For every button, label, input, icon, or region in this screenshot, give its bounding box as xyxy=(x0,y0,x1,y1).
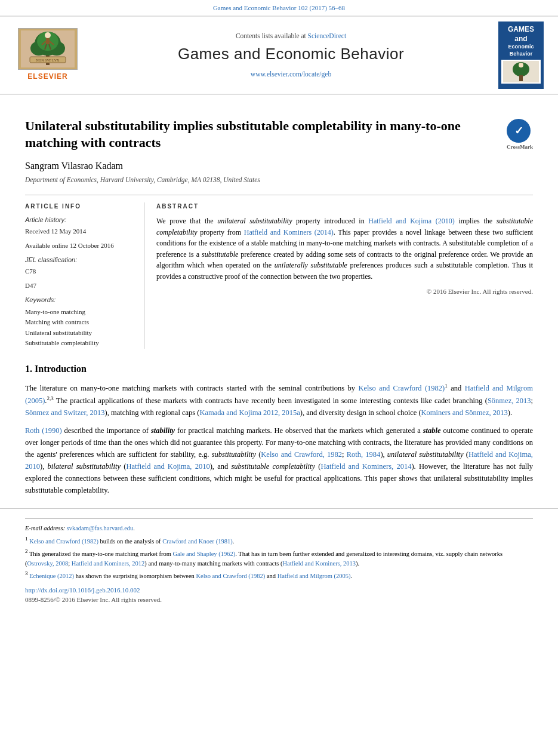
keywords-section: Keywords: Many-to-one matching Matching … xyxy=(25,296,134,349)
ref-hatfield-milgrom[interactable]: Hatfield and Milgrom (2005) xyxy=(25,384,533,405)
abstract-em-2: substitutable completability xyxy=(156,217,533,236)
introduction-section: 1. Introduction The literature on many-t… xyxy=(25,358,533,497)
ref-hatfield-kojima-2010b[interactable]: Hatfield and Kojima, 2010 xyxy=(126,462,209,471)
journal-center: Contents lists available at ScienceDirec… xyxy=(93,31,489,79)
sciencedirect-link[interactable]: ScienceDirect xyxy=(308,32,347,39)
journal-logo-right: GAMES and Economic Behavior xyxy=(498,21,546,89)
article-title-row: Unilateral substitutability implies subs… xyxy=(25,118,533,152)
svg-point-6 xyxy=(45,32,51,38)
contents-text: Contents lists available at xyxy=(236,32,306,39)
keywords-label: Keywords: xyxy=(25,296,134,305)
stability-bold: stability xyxy=(151,426,175,435)
fn3-echenique[interactable]: Echenique (2012) xyxy=(29,573,74,579)
author-name: Sangram Vilasrao Kadam xyxy=(25,159,533,173)
keyword-3: Unilateral substitutability xyxy=(25,328,134,339)
geb-logo-line2: Economic xyxy=(501,44,541,51)
abstract-em-3: substitutable xyxy=(202,250,238,259)
intro-paragraph-1: The literature on many-to-one matching m… xyxy=(25,382,533,419)
issn-line: 0899-8256/© 2016 Elsevier Inc. All right… xyxy=(25,595,533,605)
main-content: Unilateral substitutability implies subs… xyxy=(0,95,558,497)
intro-heading: Introduction xyxy=(35,364,87,374)
geb-logo-svg xyxy=(503,61,539,82)
ref-kelso-crawford-1982[interactable]: Kelso and Crawford, 1982 xyxy=(261,450,342,459)
doi-link[interactable]: http://dx.doi.org/10.1016/j.geb.2016.10.… xyxy=(25,586,140,594)
crossmark-label: CrossMark xyxy=(507,144,533,151)
ref-sonmez-switzer[interactable]: Sönmez and Switzer, 2013 xyxy=(25,408,105,417)
substitutability-em: substitutability xyxy=(212,450,256,459)
ref-kamada-kojima[interactable]: Kamada and Kojima 2012, 2015a xyxy=(200,408,300,417)
abstract-em-4: unilaterally substitutable xyxy=(275,261,347,269)
journal-logo-box: GAMES and Economic Behavior xyxy=(498,21,544,89)
author-affiliation: Department of Economics, Harvard Univers… xyxy=(25,175,533,185)
fn2-hatfield-kominers-2013[interactable]: Hatfield and Kominers, 2013 xyxy=(283,560,356,567)
keyword-4: Substitutable completability xyxy=(25,338,134,349)
abstract-ref-hatfield-kojima[interactable]: Hatfield and Kojima (2010) xyxy=(368,217,455,225)
sup-23: 2,3 xyxy=(47,395,53,401)
geb-logo-line1: GAMES and xyxy=(501,25,541,44)
article-info-heading: ARTICLE INFO xyxy=(25,202,134,211)
footer-section: E-mail address: svkadam@fas.harvard.edu.… xyxy=(0,508,558,604)
copyright-line: © 2016 Elsevier Inc. All rights reserved… xyxy=(156,287,533,297)
fn1-crawford-knoer[interactable]: Crawford and Knoer (1981) xyxy=(162,538,233,545)
keyword-1: Many-to-one matching xyxy=(25,307,134,318)
ref-kominers-sonmez[interactable]: Kominers and Sönmez, 2013 xyxy=(421,408,508,417)
journal-url: www.elsevier.com/locate/geb xyxy=(93,69,489,79)
svg-rect-16 xyxy=(519,75,523,81)
fn2-gale-shapley[interactable]: Gale and Shapley (1962) xyxy=(172,551,235,557)
article-title-text: Unilateral substitutability implies subs… xyxy=(25,118,500,152)
jel-d47: D47 xyxy=(25,281,134,291)
ref-kelso-crawford[interactable]: Kelso and Crawford (1982) xyxy=(359,384,445,392)
abstract-ref-hatfield-kominers[interactable]: Hatfield and Kominers (2014) xyxy=(244,228,334,236)
fn-sup-1: 1 xyxy=(25,536,28,542)
ref-hatfield-kominers-2014[interactable]: Hatfield and Kominers, 2014 xyxy=(320,462,411,471)
fn2-hatfield-kominers[interactable]: Hatfield and Kominers, 2012 xyxy=(72,560,144,567)
journal-header: NON SVF LVX ELSEVIER Contents lists avai… xyxy=(0,16,558,95)
contents-line: Contents lists available at ScienceDirec… xyxy=(93,31,489,41)
substitutable-comp-em: substitutable completability xyxy=(231,462,315,471)
abstract-text: We prove that the unilateral substitutab… xyxy=(156,216,533,282)
history-label: Article history: xyxy=(25,216,134,225)
fn2-ostrovsky[interactable]: Ostrovsky, 2008 xyxy=(27,560,69,567)
abstract-col: ABSTRACT We prove that the unilateral su… xyxy=(144,202,533,349)
article-info-abstract: ARTICLE INFO Article history: Received 1… xyxy=(25,195,533,349)
fn3-hatfield-milgrom[interactable]: Hatfield and Milgrom (2005) xyxy=(278,573,351,579)
fn-sup-3: 3 xyxy=(25,570,28,576)
jel-section: JEL classification: C78 D47 xyxy=(25,256,134,291)
intro-paragraph-2: Roth (1990) described the importance of … xyxy=(25,425,533,496)
journal-citation-text: Games and Economic Behavior 102 (2017) 5… xyxy=(213,4,345,11)
svg-text:✓: ✓ xyxy=(514,125,523,137)
bilateral-sub-em: bilateral substitutability xyxy=(48,462,121,471)
email-label: E-mail address: xyxy=(25,525,65,531)
svg-rect-7 xyxy=(46,38,50,44)
elsevier-logo: NON SVF LVX ELSEVIER xyxy=(12,28,84,82)
keyword-2: Matching with contracts xyxy=(25,317,134,328)
journal-title: Games and Economic Behavior xyxy=(93,43,489,66)
ref-roth-1984[interactable]: Roth, 1984 xyxy=(347,450,381,459)
doi-line: http://dx.doi.org/10.1016/j.geb.2016.10.… xyxy=(25,586,533,595)
ref-sonmez-2013[interactable]: Sönmez, 2013 xyxy=(488,397,531,405)
jel-label: JEL classification: xyxy=(25,256,134,265)
fn3-kelso-crawford[interactable]: Kelso and Crawford (1982) xyxy=(196,573,266,579)
geb-logo-line3: Behavior xyxy=(501,51,541,58)
crossmark-svg: ✓ xyxy=(507,119,531,143)
fn1-kelso-crawford[interactable]: Kelso and Crawford (1982) xyxy=(29,538,98,545)
available-date: Available online 12 October 2016 xyxy=(25,241,134,251)
fn-sup-2: 2 xyxy=(25,548,28,554)
abstract-heading: ABSTRACT xyxy=(156,202,533,211)
journal-url-link[interactable]: www.elsevier.com/locate/geb xyxy=(251,70,331,78)
geb-logo-image xyxy=(501,60,541,84)
elsevier-tree-svg: NON SVF LVX xyxy=(21,30,75,67)
received-date: Received 12 May 2014 xyxy=(25,227,134,236)
footer-separator xyxy=(25,518,533,519)
intro-number: 1. xyxy=(25,364,32,374)
jel-c78: C78 xyxy=(25,267,134,276)
intro-title: 1. Introduction xyxy=(25,362,533,376)
elsevier-tree-image: NON SVF LVX xyxy=(18,28,78,70)
stable-bold: stable xyxy=(423,426,441,435)
email-link[interactable]: svkadam@fas.harvard.edu xyxy=(67,525,134,531)
journal-citation-bar: Games and Economic Behavior 102 (2017) 5… xyxy=(0,0,558,16)
ref-roth-1990[interactable]: Roth (1990) xyxy=(25,426,62,435)
svg-point-17 xyxy=(519,63,523,67)
footnote-3: 3 Echenique (2012) has shown the surpris… xyxy=(25,570,533,580)
article-info-col: ARTICLE INFO Article history: Received 1… xyxy=(25,202,144,349)
